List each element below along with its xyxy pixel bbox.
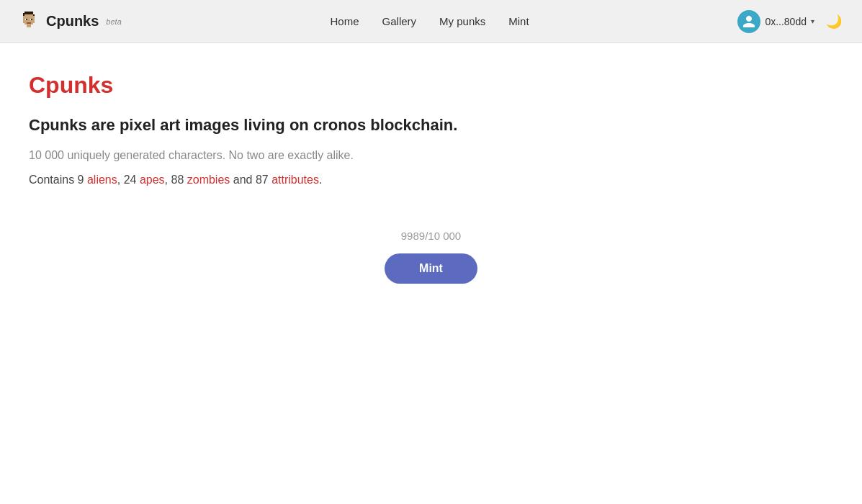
description-text: 10 000 uniquely generated characters. No… — [29, 149, 833, 162]
main-content: Cpunks Cpunks are pixel art images livin… — [0, 43, 862, 312]
svg-rect-3 — [33, 14, 35, 16]
user-icon — [742, 14, 756, 29]
svg-rect-10 — [27, 22, 31, 24]
navbar: Cpunks beta Home Gallery My punks Mint 0… — [0, 0, 862, 43]
svg-rect-12 — [23, 13, 24, 16]
wallet-avatar — [737, 10, 760, 33]
wallet-address-text: 0x...80dd — [765, 16, 807, 27]
comma1: , 24 — [117, 174, 140, 186]
aliens-highlight: aliens — [87, 174, 117, 186]
attributes-highlight: attributes — [271, 174, 319, 186]
nav-item-mint[interactable]: Mint — [508, 15, 529, 28]
mint-counter: 9989/10 000 — [401, 230, 461, 242]
svg-rect-9 — [31, 19, 32, 20]
zombies-highlight: zombies — [187, 174, 230, 186]
apes-highlight: apes — [140, 174, 165, 186]
nav-link-gallery[interactable]: Gallery — [382, 15, 417, 27]
nav-link-mypunks[interactable]: My punks — [439, 15, 485, 27]
attributes-line: Contains 9 aliens, 24 apes, 88 zombies a… — [29, 174, 833, 186]
brand-icon — [17, 10, 40, 33]
mint-button[interactable]: Mint — [385, 253, 477, 284]
nav-item-gallery[interactable]: Gallery — [382, 15, 417, 28]
svg-rect-5 — [33, 16, 35, 23]
svg-rect-13 — [27, 24, 31, 27]
brand-beta-label: beta — [106, 17, 121, 26]
nav-links: Home Gallery My punks Mint — [331, 15, 529, 28]
svg-rect-8 — [26, 19, 27, 20]
page-title: Cpunks — [29, 72, 833, 99]
tagline-text: Cpunks are pixel art images living on cr… — [29, 116, 833, 135]
svg-rect-4 — [23, 16, 24, 23]
attributes-prefix: Contains 9 — [29, 174, 87, 186]
brand-name: Cpunks — [46, 13, 99, 30]
nav-link-mint[interactable]: Mint — [508, 15, 529, 27]
svg-rect-11 — [24, 12, 33, 14]
brand-logo-area: Cpunks beta — [17, 10, 122, 33]
dark-mode-button[interactable]: 🌙 — [823, 11, 845, 32]
chevron-down-icon: ▾ — [811, 17, 814, 25]
period: . — [319, 174, 322, 186]
nav-link-home[interactable]: Home — [331, 15, 359, 27]
mint-section: 9989/10 000 Mint — [29, 230, 833, 284]
wallet-button[interactable]: 0x...80dd ▾ — [737, 10, 814, 33]
nav-item-home[interactable]: Home — [331, 15, 359, 28]
navbar-right: 0x...80dd ▾ 🌙 — [737, 10, 845, 33]
and-label: and 87 — [230, 174, 271, 186]
nav-item-mypunks[interactable]: My punks — [439, 15, 485, 28]
comma2: , 88 — [165, 174, 187, 186]
